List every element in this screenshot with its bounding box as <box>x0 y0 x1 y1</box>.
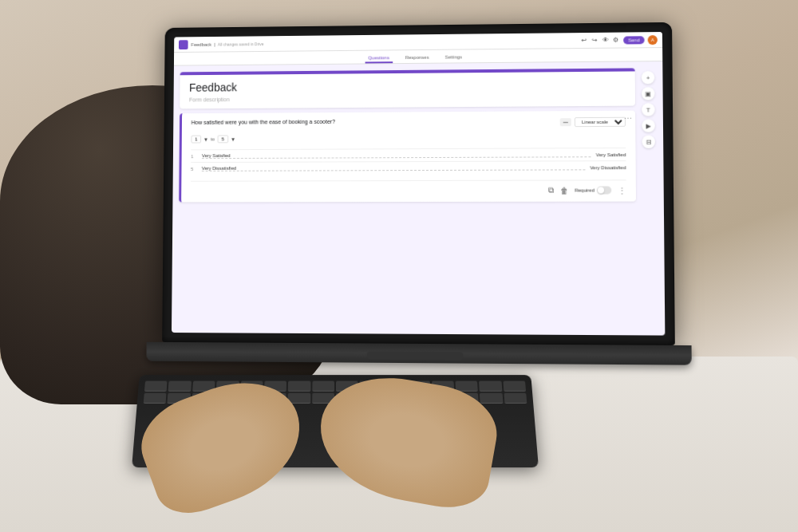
google-forms-app: Feedback | All changes saved in Drive ↩ … <box>172 32 665 336</box>
add-title-button[interactable]: ▣ <box>642 87 654 100</box>
scale-high-option: 5 Very Dissatisfied <box>191 160 626 175</box>
topbar-icons: ↩ ↪ 👁 ⚙ <box>580 36 620 44</box>
more-options-icon[interactable]: ⋮ <box>618 186 626 195</box>
required-label: Required <box>575 188 595 193</box>
scale-range: 1 ▾ to 5 ▾ <box>191 133 626 144</box>
scale-high-num: 5 <box>191 167 197 171</box>
laptop-screen: Feedback | All changes saved in Drive ↩ … <box>162 22 675 345</box>
question-header: How satisfied were you with the ease of … <box>192 117 626 129</box>
question-footer: ⧉ 🗑 Required ⋮ <box>191 179 626 195</box>
form-header-card: Feedback Form description <box>180 68 635 108</box>
add-text-button[interactable]: T <box>642 103 654 116</box>
send-button[interactable]: Send <box>623 36 645 44</box>
scale-from-arrow[interactable]: ▾ <box>204 136 207 143</box>
question-text: How satisfied were you with the ease of … <box>192 117 554 125</box>
scale-low-num: 1 <box>191 154 197 159</box>
laptop: Feedback | All changes saved in Drive ↩ … <box>162 22 675 370</box>
main-content: Feedback Form description ⋯ How satisfie… <box>172 61 665 335</box>
scale-low-text-input[interactable] <box>202 152 591 159</box>
scale-low-option: 1 Very Satisfied <box>191 148 626 162</box>
scene: Feedback | All changes saved in Drive ↩ … <box>0 0 798 532</box>
save-status: All changes saved in Drive <box>218 41 263 46</box>
delete-icon[interactable]: 🗑 <box>560 186 568 195</box>
add-section-button[interactable]: ⊟ <box>642 136 654 148</box>
scale-from-value[interactable]: 1 <box>191 136 201 144</box>
preview-icon[interactable]: 👁 <box>602 36 610 44</box>
question-type-control: ━━ Linear scale <box>560 117 626 128</box>
laptop-display: Feedback | All changes saved in Drive ↩ … <box>172 32 665 336</box>
user-avatar[interactable]: A <box>648 35 658 45</box>
form-content: Feedback Form description ⋯ How satisfie… <box>178 68 637 329</box>
question-type-select[interactable]: Linear scale <box>575 117 626 127</box>
required-switch[interactable] <box>597 186 611 194</box>
form-description[interactable]: Form description <box>189 94 626 103</box>
redo-icon[interactable]: ↪ <box>591 36 599 44</box>
add-question-button[interactable]: + <box>642 71 654 84</box>
add-video-button[interactable]: ▶ <box>642 120 654 132</box>
forms-sidebar: + ▣ T ▶ ⊟ <box>640 68 658 329</box>
form-title: Feedback <box>189 78 626 94</box>
scale-high-text-input[interactable] <box>202 164 585 171</box>
hand-left <box>129 365 318 524</box>
tab-responses[interactable]: Responses <box>402 53 433 63</box>
undo-icon[interactable]: ↩ <box>580 36 588 44</box>
toggle-knob <box>598 187 604 193</box>
hand-right <box>310 366 504 514</box>
hands <box>128 357 543 500</box>
forms-logo <box>179 40 188 49</box>
question-type-icon: ━━ <box>560 118 571 126</box>
question-card: ⋯ How satisfied were you with the ease o… <box>179 111 636 203</box>
scale-to-label: to <box>211 136 215 141</box>
scale-to-arrow[interactable]: ▾ <box>231 136 235 143</box>
form-name-label: Feedback <box>191 41 211 46</box>
tab-questions[interactable]: Questions <box>365 53 393 63</box>
tab-settings[interactable]: Settings <box>442 53 466 62</box>
scale-to-value[interactable]: 5 <box>218 135 228 143</box>
duplicate-icon[interactable]: ⧉ <box>548 186 554 195</box>
settings-icon[interactable]: ⚙ <box>612 36 620 44</box>
topbar-title: Feedback | All changes saved in Drive <box>191 38 577 47</box>
question-menu-icon[interactable]: ⋯ <box>624 114 632 123</box>
required-toggle: Required <box>575 186 611 194</box>
